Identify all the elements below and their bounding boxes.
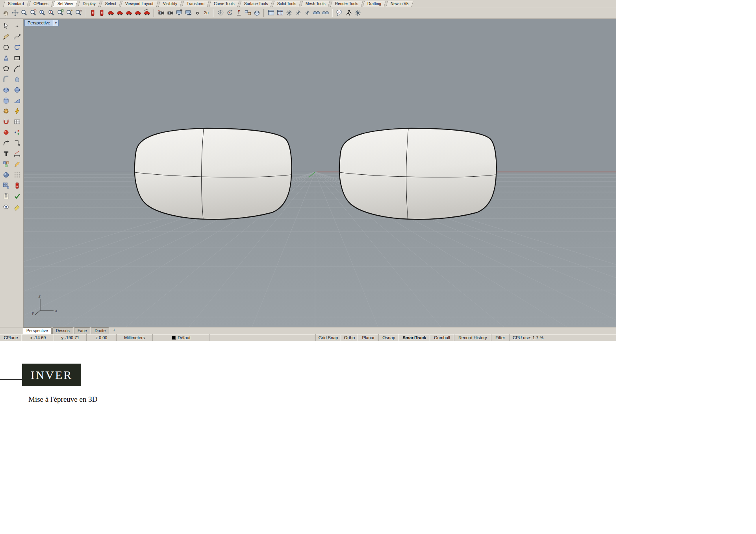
points-group-icon[interactable] xyxy=(12,127,22,137)
sphere-icon[interactable] xyxy=(12,85,22,94)
circle-small-icon[interactable] xyxy=(193,9,202,17)
check-icon[interactable] xyxy=(12,191,22,201)
status-pane-record-history[interactable]: Record History xyxy=(454,334,491,341)
menu-tab-solid-tools[interactable]: Solid Tools xyxy=(272,1,301,7)
select-arrow-icon[interactable] xyxy=(1,21,11,31)
circle-icon[interactable] xyxy=(1,42,11,52)
status-layer[interactable]: Défaut xyxy=(153,334,210,341)
teardrop-icon[interactable] xyxy=(12,74,22,84)
car-turn-icon[interactable] xyxy=(143,9,151,17)
zoom-dynamic-icon[interactable] xyxy=(20,9,28,17)
car-icon[interactable] xyxy=(115,9,124,17)
camera-monitor-icon[interactable] xyxy=(175,9,183,17)
car-icon[interactable] xyxy=(106,9,115,17)
pencil-icon[interactable] xyxy=(12,159,22,169)
viewport-layout-icon[interactable] xyxy=(267,9,275,17)
table-icon[interactable] xyxy=(12,117,22,126)
menu-tab-display[interactable]: Display xyxy=(78,1,100,7)
menu-tab-new-in-v5[interactable]: New in V5 xyxy=(386,1,413,7)
filmstrip-icon[interactable] xyxy=(12,181,22,190)
corner-arrow-icon[interactable] xyxy=(12,138,22,148)
rotate-arrow-icon[interactable] xyxy=(225,9,234,17)
car-icon[interactable] xyxy=(124,9,133,17)
perspective-viewport[interactable]: Perspective ▾ z x y xyxy=(24,19,616,327)
shade-ovals-icon[interactable] xyxy=(312,9,321,17)
two-o-view-icon[interactable]: 2o xyxy=(202,9,211,17)
cylinder-icon[interactable] xyxy=(1,96,11,105)
rotate-view-icon[interactable] xyxy=(11,9,19,17)
control-point-curve-icon[interactable] xyxy=(12,32,22,41)
dot-grid-icon[interactable] xyxy=(12,170,22,179)
spark-icon[interactable] xyxy=(353,9,362,17)
pan-icon[interactable] xyxy=(2,9,10,17)
eye-icon[interactable] xyxy=(1,202,11,211)
shade-ovals-icon[interactable] xyxy=(321,9,330,17)
polygon-icon[interactable] xyxy=(1,64,11,73)
shaded-sphere-icon[interactable] xyxy=(1,170,11,179)
place-target-icon[interactable] xyxy=(234,9,243,17)
star-burst-icon[interactable] xyxy=(294,9,302,17)
named-view-bubble-icon[interactable] xyxy=(335,9,344,17)
menu-tab-visibility[interactable]: Visibility xyxy=(158,1,182,7)
rectangle-icon[interactable] xyxy=(12,53,22,63)
viewport-tab-droite[interactable]: Droite xyxy=(91,327,109,334)
gear-icon[interactable] xyxy=(1,106,11,116)
pen-line-icon[interactable] xyxy=(1,32,11,41)
swap-views-icon[interactable] xyxy=(243,9,252,17)
walkabout-person-icon[interactable] xyxy=(344,9,353,17)
text-icon[interactable] xyxy=(1,149,11,158)
point-icon[interactable] xyxy=(12,21,22,31)
star-burst-icon[interactable] xyxy=(285,9,293,17)
camera-icon[interactable] xyxy=(166,9,174,17)
status-pane-grid-snap[interactable]: Grid Snap xyxy=(316,334,341,341)
clipboard-icon[interactable] xyxy=(1,191,11,201)
zoom-selected-icon[interactable] xyxy=(38,9,46,17)
viewport-tab-dessus[interactable]: Dessus xyxy=(52,327,73,334)
status-pane-filter[interactable]: Filter xyxy=(491,334,510,341)
menu-tab-set-view[interactable]: Set View xyxy=(53,1,78,7)
sync-box-icon[interactable] xyxy=(252,9,261,17)
filmstrip-icon[interactable] xyxy=(88,9,97,17)
status-pane-osnap[interactable]: Osnap xyxy=(379,334,399,341)
menu-tab-drafting[interactable]: Drafting xyxy=(363,1,386,7)
viewport-tab-face[interactable]: Face xyxy=(74,327,90,334)
zoom-extents-icon[interactable] xyxy=(56,9,65,17)
hook-curve-icon[interactable] xyxy=(1,138,11,148)
magnet-icon[interactable] xyxy=(1,117,11,126)
rotate-circle-icon[interactable] xyxy=(216,9,225,17)
menu-tab-render-tools[interactable]: Render Tools xyxy=(330,1,363,7)
zoom-previous-icon[interactable] xyxy=(65,9,74,17)
box-icon[interactable] xyxy=(1,85,11,94)
menu-tab-select[interactable]: Select xyxy=(100,1,120,7)
viewport-tab-add-icon[interactable]: + xyxy=(110,327,118,334)
lightning-icon[interactable] xyxy=(12,106,22,116)
rotate-icon[interactable] xyxy=(12,42,22,52)
wedge-icon[interactable] xyxy=(12,96,22,105)
filmstrip-icon[interactable] xyxy=(97,9,106,17)
menu-tab-curve-tools[interactable]: Curve Tools xyxy=(209,1,239,7)
status-pane-smarttrack[interactable]: SmartTrack xyxy=(399,334,430,341)
menu-tab-mesh-tools[interactable]: Mesh Tools xyxy=(301,1,330,7)
fillet-icon[interactable] xyxy=(1,74,11,84)
menu-tab-cplanes[interactable]: CPlanes xyxy=(28,1,53,7)
blocks-icon[interactable] xyxy=(1,159,11,169)
star-burst-icon[interactable] xyxy=(303,9,311,17)
viewport-title-label[interactable]: Perspective xyxy=(24,20,53,26)
dimension-icon[interactable] xyxy=(12,149,22,158)
status-cplane[interactable]: CPlane xyxy=(0,334,22,341)
status-pane-ortho[interactable]: Ortho xyxy=(341,334,358,341)
menu-tab-surface-tools[interactable]: Surface Tools xyxy=(239,1,272,7)
zoom-window-icon[interactable] xyxy=(29,9,37,17)
array-icon[interactable] xyxy=(1,181,11,190)
car-icon[interactable] xyxy=(133,9,142,17)
menu-tab-viewport-layout[interactable]: Viewport Layout xyxy=(120,1,158,7)
status-units[interactable]: Millimeters xyxy=(117,334,153,341)
status-pane-gumball[interactable]: Gumball xyxy=(430,334,454,341)
save-view-icon[interactable] xyxy=(184,9,193,17)
menu-tab-standard[interactable]: Standard xyxy=(3,1,29,7)
lens-surface-left[interactable] xyxy=(135,128,292,219)
color-ball-icon[interactable] xyxy=(1,127,11,137)
eraser-icon[interactable] xyxy=(12,202,22,211)
viewport-menu-caret-icon[interactable]: ▾ xyxy=(53,20,59,26)
zoom-target-icon[interactable] xyxy=(47,9,56,17)
